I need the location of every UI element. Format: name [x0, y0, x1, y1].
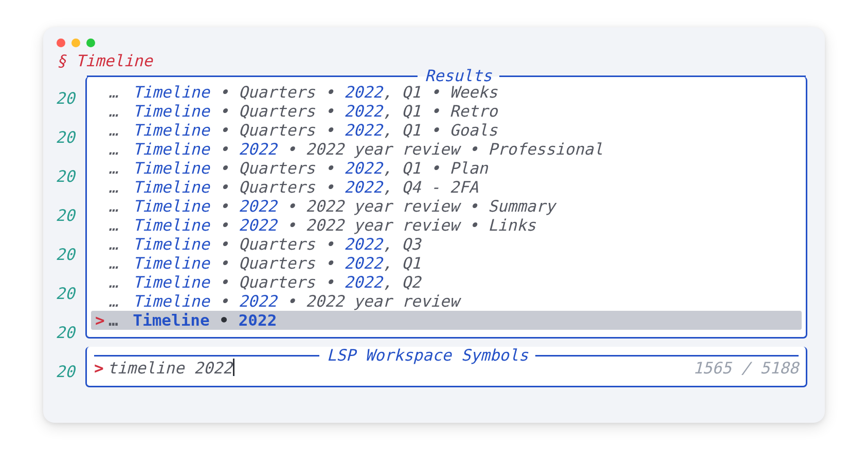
path-fragment: • — [315, 159, 344, 178]
path-fragment: • — [421, 102, 449, 121]
match-fragment: 2022 — [344, 254, 383, 273]
result-row[interactable]: … Timeline • 2022 • 2022 year review • S… — [91, 197, 802, 216]
match-fragment: Timeline — [133, 83, 209, 102]
path-fragment: • — [315, 235, 344, 254]
match-fragment: Timeline — [133, 197, 209, 216]
path-fragment: • — [421, 121, 449, 140]
match-fragment: 2022 — [344, 83, 383, 102]
match-fragment: 2022 — [239, 311, 277, 330]
path-fragment: • — [459, 197, 488, 216]
path-fragment: • — [210, 197, 239, 216]
path-fragment: Summary — [488, 197, 555, 216]
minimize-icon[interactable] — [71, 39, 80, 47]
ellipsis-icon: … — [109, 216, 133, 235]
result-row[interactable]: … Timeline • 2022 • 2022 year review • L… — [91, 216, 802, 235]
path-fragment: • — [277, 292, 305, 311]
gutter-line: 20 — [56, 196, 75, 235]
path-fragment: • — [277, 216, 305, 235]
match-fragment: 2022 — [344, 121, 383, 140]
gutter-line: 20 — [56, 352, 75, 391]
gutter-line: 20 — [56, 274, 75, 313]
path-fragment: Quarters — [239, 102, 315, 121]
path-fragment: , Q1 — [383, 102, 421, 121]
path-fragment: • — [315, 178, 344, 197]
path-fragment: • — [210, 159, 239, 178]
result-row[interactable]: … Timeline • Quarters • 2022, Q1 • Plan — [91, 159, 802, 178]
close-icon[interactable] — [57, 39, 65, 47]
path-fragment: Quarters — [239, 83, 315, 102]
path-fragment: • — [277, 197, 305, 216]
result-row[interactable]: … Timeline • Quarters • 2022, Q3 — [91, 235, 802, 254]
match-fragment: 2022 — [239, 216, 277, 235]
path-fragment: • — [210, 178, 239, 197]
match-fragment: Timeline — [133, 311, 209, 330]
path-fragment: • — [210, 121, 239, 140]
match-fragment: Timeline — [133, 235, 209, 254]
result-row[interactable]: … Timeline • 2022 • 2022 year review — [91, 292, 802, 311]
ellipsis-icon: … — [109, 254, 133, 273]
match-fragment: Timeline — [133, 273, 209, 292]
window-controls — [56, 35, 812, 51]
search-input[interactable]: timeline 2022 — [107, 356, 234, 378]
path-fragment: • — [210, 83, 239, 102]
path-fragment: Quarters — [239, 121, 315, 140]
result-row[interactable]: >… Timeline • 2022 — [91, 311, 802, 330]
match-fragment: Timeline — [133, 216, 209, 235]
match-fragment: 2022 — [239, 140, 277, 159]
match-fragment: Timeline — [133, 292, 209, 311]
match-fragment: Timeline — [133, 159, 209, 178]
gutter-line: 20 — [56, 79, 75, 118]
path-fragment: Links — [488, 216, 536, 235]
path-fragment: • — [210, 292, 239, 311]
path-fragment: • — [210, 140, 239, 159]
ellipsis-icon: … — [109, 197, 133, 216]
match-fragment: 2022 — [344, 159, 383, 178]
path-fragment: • — [315, 254, 344, 273]
ellipsis-icon: … — [109, 102, 133, 121]
result-row[interactable]: … Timeline • Quarters • 2022, Q1 — [91, 254, 802, 273]
result-row[interactable]: … Timeline • Quarters • 2022, Q2 — [91, 273, 802, 292]
ellipsis-icon: … — [109, 311, 133, 330]
match-fragment: 2022 — [344, 235, 383, 254]
result-row[interactable]: … Timeline • 2022 • 2022 year review • P… — [91, 140, 802, 159]
path-fragment: • — [315, 273, 344, 292]
search-query-text: timeline 2022 — [107, 359, 232, 377]
path-fragment: • — [210, 216, 239, 235]
match-fragment: Timeline — [133, 102, 209, 121]
ellipsis-icon: … — [109, 121, 133, 140]
match-fragment: 2022 — [239, 292, 277, 311]
selection-caret-icon: > — [95, 311, 109, 330]
ellipsis-icon: … — [109, 140, 133, 159]
result-row[interactable]: … Timeline • Quarters • 2022, Q4 - 2FA — [91, 178, 802, 197]
section-symbol: § — [57, 51, 66, 70]
match-fragment: 2022 — [344, 102, 383, 121]
editor-background-gutter: 2020202020202020 — [56, 79, 75, 391]
path-fragment: • — [421, 159, 449, 178]
path-fragment: Plan — [449, 159, 488, 178]
match-fragment: Timeline — [133, 178, 209, 197]
path-fragment: Quarters — [239, 159, 315, 178]
result-row[interactable]: … Timeline • Quarters • 2022, Q1 • Goals — [91, 121, 802, 140]
results-title: Results — [418, 66, 499, 85]
ellipsis-icon: … — [109, 178, 133, 197]
path-fragment: , Q3 — [383, 235, 421, 254]
results-list: … Timeline • Quarters • 2022, Q1 • Weeks… — [87, 77, 806, 330]
path-fragment: , Q1 — [383, 121, 421, 140]
path-fragment: Goals — [449, 121, 497, 140]
result-row[interactable]: … Timeline • Quarters • 2022, Q1 • Retro — [91, 102, 802, 121]
maximize-icon[interactable] — [86, 39, 95, 47]
path-fragment: , Q1 — [383, 159, 421, 178]
path-fragment: • — [459, 216, 488, 235]
gutter-line: 20 — [56, 313, 75, 352]
gutter-line: 20 — [56, 235, 75, 274]
search-popup: LSP Workspace Symbols > timeline 2022 15… — [85, 347, 807, 387]
path-fragment: Quarters — [239, 178, 315, 197]
match-fragment: Timeline — [133, 254, 209, 273]
path-fragment: • — [315, 121, 344, 140]
ellipsis-icon: … — [109, 83, 133, 102]
gutter-line: 20 — [56, 157, 75, 196]
count-total: 5188 — [760, 359, 799, 377]
path-fragment: Retro — [449, 102, 497, 121]
path-fragment: Professional — [488, 140, 603, 159]
title-text: Timeline — [76, 51, 152, 70]
